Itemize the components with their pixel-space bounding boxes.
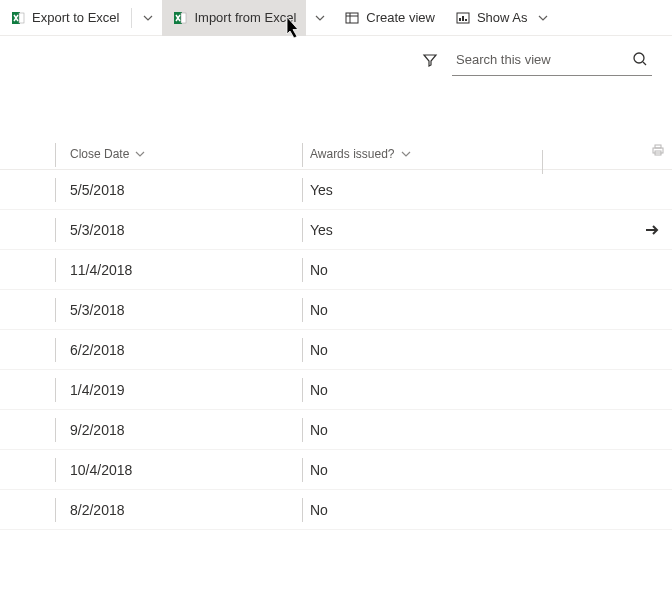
svg-rect-4 [346,13,358,23]
show-as-button[interactable]: Show As [445,0,558,36]
table-row[interactable]: 1/4/2019No [0,370,672,410]
cell-awards-issued: No [310,262,550,278]
create-view-button[interactable]: Create view [334,0,445,36]
cell-awards-issued: No [310,462,550,478]
cell-close-date: 10/4/2018 [0,462,310,478]
table-row[interactable]: 5/3/2018No [0,290,672,330]
table-row[interactable]: 8/2/2018No [0,490,672,530]
cell-awards-issued: No [310,382,550,398]
create-view-icon [344,10,360,26]
import-from-excel-button[interactable]: Import from Excel [162,0,306,36]
export-label: Export to Excel [32,10,119,25]
show-as-icon [455,10,471,26]
search-input-wrapper [452,44,652,76]
column-label: Awards issued? [310,147,395,161]
cell-close-date: 5/3/2018 [0,302,310,318]
chevron-down-icon [538,13,548,23]
cell-awards-issued: No [310,422,550,438]
column-header-awards-issued[interactable]: Awards issued? [310,147,550,161]
import-dropdown[interactable] [306,0,334,36]
navigate-arrow-icon[interactable] [642,222,662,238]
cell-awards-issued: No [310,302,550,318]
export-to-excel-button[interactable]: Export to Excel [0,0,129,36]
svg-rect-14 [655,145,661,148]
cell-close-date: 11/4/2018 [0,262,310,278]
import-label: Import from Excel [194,10,296,25]
cell-awards-issued: No [310,342,550,358]
excel-icon [10,10,26,26]
svg-rect-8 [459,18,461,21]
cell-awards-issued: No [310,502,550,518]
table-row[interactable]: 9/2/2018No [0,410,672,450]
svg-rect-9 [462,16,464,21]
filter-icon[interactable] [422,52,438,68]
separator [131,8,132,28]
show-as-label: Show As [477,10,528,25]
chevron-down-icon [143,13,153,23]
cell-close-date: 5/5/2018 [0,182,310,198]
cell-close-date: 8/2/2018 [0,502,310,518]
column-header-close-date[interactable]: Close Date [0,147,310,161]
svg-point-11 [634,53,644,63]
grid-body: 5/5/2018Yes5/3/2018Yes11/4/2018No5/3/201… [0,170,672,530]
search-bar [0,36,672,84]
svg-line-12 [643,62,646,65]
create-view-label: Create view [366,10,435,25]
svg-rect-10 [465,19,467,21]
table-row[interactable]: 5/3/2018Yes [0,210,672,250]
cell-awards-issued: Yes [310,182,550,198]
svg-rect-1 [19,13,24,23]
svg-rect-3 [181,13,186,23]
table-row[interactable]: 5/5/2018Yes [0,170,672,210]
table-row[interactable]: 6/2/2018No [0,330,672,370]
chevron-down-icon [315,13,325,23]
chevron-down-icon [135,149,145,159]
cell-close-date: 5/3/2018 [0,222,310,238]
export-dropdown[interactable] [134,0,162,36]
table-row[interactable]: 10/4/2018No [0,450,672,490]
search-icon[interactable] [632,51,648,67]
search-input[interactable] [452,46,652,73]
table-row[interactable]: 11/4/2018No [0,250,672,290]
command-bar: Export to Excel Import from Excel Create… [0,0,672,36]
cell-awards-issued: Yes [310,222,550,238]
column-label: Close Date [70,147,129,161]
cell-close-date: 1/4/2019 [0,382,310,398]
cell-close-date: 9/2/2018 [0,422,310,438]
chevron-down-icon [401,149,411,159]
print-icon[interactable] [650,142,666,158]
cell-close-date: 6/2/2018 [0,342,310,358]
excel-icon [172,10,188,26]
spacer [0,84,672,138]
grid-header: Close Date Awards issued? [0,138,672,170]
